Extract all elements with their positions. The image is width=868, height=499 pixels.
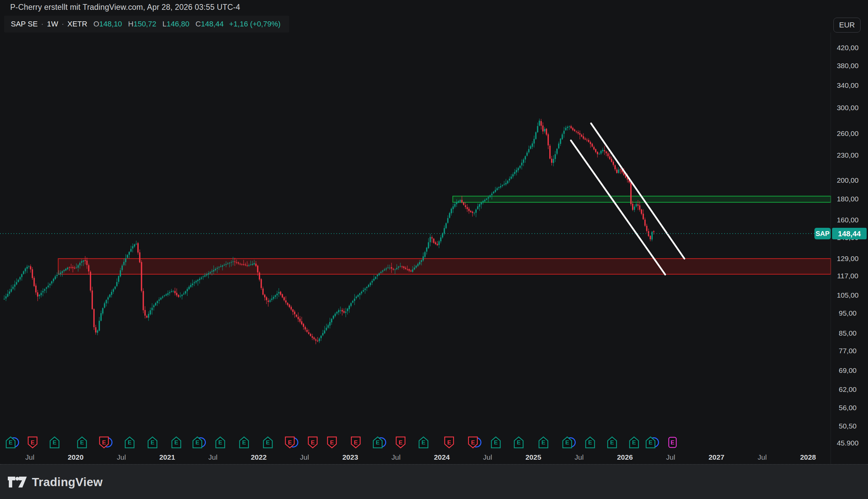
price-axis-label[interactable]: 160,00: [837, 216, 858, 224]
earnings-badge[interactable]: E: [468, 437, 481, 448]
time-axis-label[interactable]: Jul: [300, 453, 309, 461]
svg-text:E: E: [399, 439, 402, 446]
time-axis-label[interactable]: Jul: [25, 453, 35, 461]
price-axis-label[interactable]: 56,00: [839, 404, 857, 412]
svg-text:E: E: [565, 439, 569, 446]
earnings-badge[interactable]: E: [240, 437, 248, 448]
earnings-badge[interactable]: E: [50, 437, 59, 448]
earnings-badge[interactable]: E: [351, 437, 360, 448]
earnings-badge[interactable]: E: [125, 437, 134, 448]
time-axis-label[interactable]: 2020: [68, 453, 84, 461]
earnings-badge[interactable]: E: [586, 437, 595, 448]
svg-text:E: E: [311, 439, 315, 446]
svg-text:E: E: [671, 439, 674, 446]
price-axis-label[interactable]: 260,00: [837, 130, 858, 137]
symbol-name: SAP SE: [11, 20, 38, 28]
earnings-badge[interactable]: E: [285, 437, 298, 448]
price-axis-label[interactable]: 117,00: [837, 272, 858, 280]
earnings-badge[interactable]: E: [491, 437, 500, 448]
price-axis-label[interactable]: 95,00: [839, 309, 857, 317]
time-axis-label[interactable]: 2021: [159, 453, 175, 461]
time-axis-label[interactable]: Jul: [209, 453, 218, 461]
last-price-label: SAP148,44: [815, 228, 867, 239]
time-axis-label[interactable]: 2024: [434, 453, 450, 461]
svg-text:E: E: [649, 439, 652, 446]
change-value: +1,16 (+0,79%): [229, 20, 281, 28]
svg-text:E: E: [150, 439, 154, 446]
time-axis-label[interactable]: Jul: [483, 453, 492, 461]
price-axis-label[interactable]: 50,50: [839, 422, 857, 430]
time-axis-label[interactable]: Jul: [575, 453, 584, 461]
earnings-badge[interactable]: E: [148, 437, 157, 448]
price-axis-label[interactable]: 105,00: [837, 291, 858, 299]
currency-button[interactable]: EUR: [833, 17, 860, 33]
price-axis-label[interactable]: 420,00: [837, 44, 858, 51]
svg-text:E: E: [242, 439, 246, 446]
svg-text:E: E: [30, 439, 34, 446]
price-axis-label[interactable]: 380,00: [837, 62, 858, 70]
time-axis-label[interactable]: 2022: [251, 453, 267, 461]
price-axis-label[interactable]: 129,00: [837, 255, 858, 263]
earnings-badge[interactable]: E: [216, 437, 225, 448]
earnings-badge[interactable]: E: [629, 437, 638, 448]
high-value: H150,72: [128, 20, 156, 28]
earnings-badge[interactable]: E: [445, 437, 454, 448]
price-axis-label[interactable]: 85,00: [839, 329, 857, 337]
time-axis-label[interactable]: Jul: [666, 453, 675, 461]
earnings-badge[interactable]: E: [608, 437, 616, 448]
time-axis-label[interactable]: 2027: [709, 453, 724, 461]
time-axis-label[interactable]: Jul: [117, 453, 126, 461]
price-axis-label[interactable]: 45.900: [837, 439, 858, 447]
last-price-value: 148,44: [838, 230, 861, 238]
symbol-legend[interactable]: SAP SE · 1W · XETR O148,10 H150,72 L146,…: [4, 16, 289, 33]
svg-text:E: E: [494, 439, 498, 446]
earnings-badge[interactable]: E: [328, 437, 337, 448]
earnings-badge[interactable]: E: [539, 437, 548, 448]
earnings-badge[interactable]: E: [28, 437, 37, 448]
earnings-badge[interactable]: E: [100, 437, 112, 448]
svg-text:E: E: [376, 439, 379, 446]
svg-text:E: E: [9, 439, 13, 446]
earnings-badge[interactable]: E: [396, 437, 405, 448]
price-axis-label[interactable]: 62,00: [839, 386, 857, 393]
time-axis-label[interactable]: 2025: [526, 453, 541, 461]
footer-bar: TradingView: [0, 464, 868, 499]
earnings-badge[interactable]: E: [172, 437, 181, 448]
earnings-badge[interactable]: E: [373, 437, 386, 448]
earnings-badge[interactable]: E: [419, 437, 428, 448]
svg-text:E: E: [517, 439, 521, 446]
separator-dot: ·: [41, 20, 44, 28]
time-axis-label[interactable]: Jul: [392, 453, 401, 461]
price-axis-label[interactable]: 230,00: [837, 151, 858, 159]
separator-dot: ·: [61, 20, 64, 28]
price-axis-label[interactable]: 69,00: [839, 366, 857, 374]
tradingview-brand-text[interactable]: TradingView: [32, 475, 103, 489]
support-zone[interactable]: [58, 259, 831, 274]
earnings-badge[interactable]: E: [78, 437, 86, 448]
svg-text:E: E: [541, 439, 545, 446]
svg-text:E: E: [195, 439, 199, 446]
earnings-badge[interactable]: E: [193, 437, 206, 448]
earnings-badge[interactable]: E: [264, 437, 272, 448]
earnings-badge[interactable]: E: [646, 437, 659, 448]
earnings-badge[interactable]: E: [6, 437, 19, 448]
svg-text:E: E: [174, 439, 178, 446]
price-axis-label[interactable]: 200,00: [837, 176, 858, 184]
low-value: L146,80: [162, 20, 190, 28]
future-earnings-badge[interactable]: E: [669, 437, 676, 448]
time-axis-label[interactable]: 2028: [800, 453, 816, 461]
price-axis-label[interactable]: 340,00: [837, 81, 858, 89]
earnings-badge[interactable]: E: [563, 437, 575, 448]
earnings-badge[interactable]: E: [308, 437, 317, 448]
chart-pane[interactable]: EEEEEEEEEEEEEEEEEEEEEEEEEEEEEEJul2020Jul…: [0, 0, 868, 499]
trend-channel-line[interactable]: [571, 141, 665, 275]
time-axis-label[interactable]: 2023: [342, 453, 358, 461]
tradingview-logo-icon[interactable]: [8, 476, 27, 488]
time-axis-label[interactable]: Jul: [758, 453, 767, 461]
time-axis-label[interactable]: 2026: [617, 453, 633, 461]
price-axis-label[interactable]: 300,00: [837, 104, 858, 111]
earnings-badge[interactable]: E: [514, 437, 523, 448]
price-axis-label[interactable]: 77,00: [839, 347, 857, 355]
trend-channel-line[interactable]: [591, 123, 684, 259]
price-axis-label[interactable]: 180,00: [837, 195, 858, 203]
